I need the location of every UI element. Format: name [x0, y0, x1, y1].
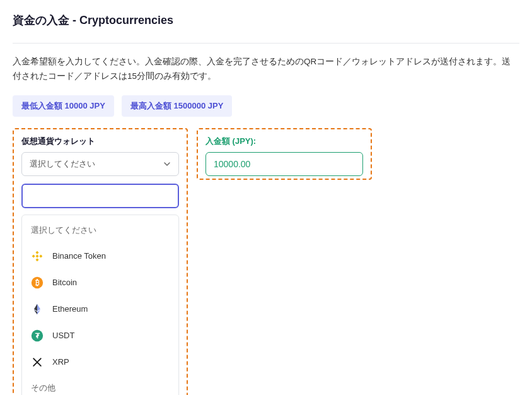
wallet-option-binance[interactable]: Binance Token [22, 243, 178, 269]
option-label: 選択してください [31, 225, 96, 236]
xrp-icon [31, 356, 43, 368]
amount-section: 入金額 (JPY): [197, 128, 372, 180]
form-row: 仮想通貨ウォレット 選択してください 選択してください Binance Toke… [13, 128, 519, 395]
wallet-option-xrp[interactable]: XRP [22, 349, 178, 375]
ethereum-icon [31, 303, 43, 315]
option-label: USDT [52, 331, 74, 340]
badges-row: 最低入金額 10000 JPY 最高入金額 1500000 JPY [13, 95, 519, 117]
svg-text:₮: ₮ [35, 332, 40, 339]
wallet-option-bitcoin[interactable]: ₿ Bitcoin [22, 269, 178, 296]
wallet-option-ethereum[interactable]: Ethereum [22, 296, 178, 322]
amount-label: 入金額 (JPY): [205, 136, 363, 147]
binance-icon [31, 250, 43, 262]
wallet-section: 仮想通貨ウォレット 選択してください 選択してください Binance Toke… [13, 128, 188, 395]
wallet-option-usdt[interactable]: ₮ USDT [22, 322, 178, 349]
bitcoin-icon: ₿ [31, 276, 43, 289]
wallet-search-input[interactable] [21, 184, 179, 208]
wallet-option-placeholder[interactable]: 選択してください [22, 218, 178, 243]
wallet-option-other[interactable]: その他 [22, 375, 178, 395]
option-label: Binance Token [52, 251, 106, 261]
chevron-down-icon [163, 160, 171, 168]
svg-text:₿: ₿ [35, 278, 40, 286]
wallet-dropdown: 選択してください Binance Token ₿ Bitcoin [21, 215, 179, 395]
option-label: Bitcoin [52, 278, 77, 287]
wallet-select[interactable]: 選択してください [21, 152, 179, 176]
usdt-icon: ₮ [31, 329, 43, 342]
option-label: その他 [31, 382, 55, 394]
divider [13, 43, 519, 44]
min-deposit-badge: 最低入金額 10000 JPY [13, 95, 114, 117]
wallet-label: 仮想通貨ウォレット [21, 136, 179, 147]
amount-input[interactable] [205, 152, 363, 176]
wallet-select-value: 選択してください [30, 158, 95, 170]
instructions-text: 入金希望額を入力してください。入金確認の際、入金を完了させるためのQRコード／ウ… [13, 55, 519, 84]
max-deposit-badge: 最高入金額 1500000 JPY [122, 95, 232, 117]
page-title: 資金の入金 - Cryptocurrencies [13, 13, 519, 28]
option-label: XRP [52, 357, 69, 367]
option-label: Ethereum [52, 304, 88, 314]
